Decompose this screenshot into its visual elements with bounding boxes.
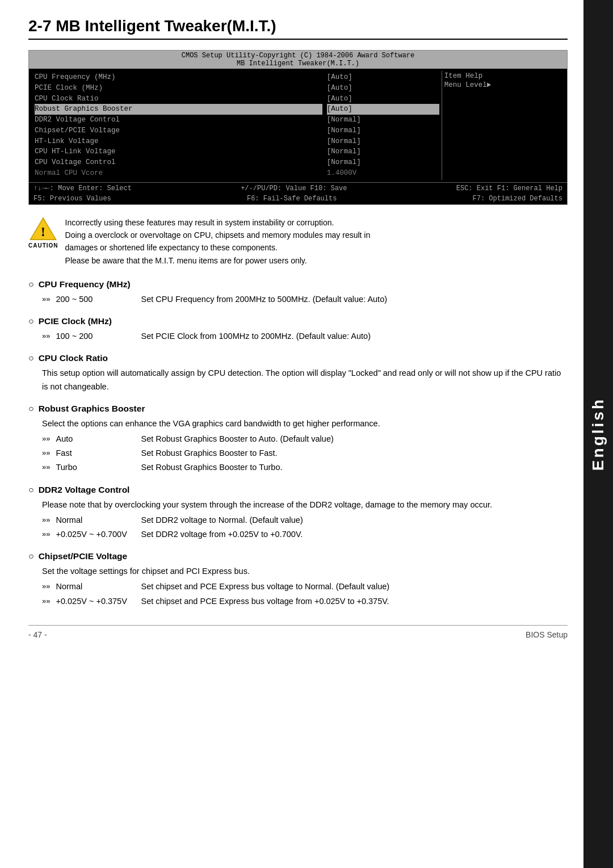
bios-item-help-title: Item Help — [444, 72, 561, 80]
svg-text:!: ! — [41, 224, 45, 239]
caution-triangle-icon: ! — [29, 216, 57, 241]
section-body-robust-graphics-booster: Select the options can enhance the VGA g… — [42, 417, 568, 475]
bios-value: [Auto] — [327, 72, 439, 83]
sub-desc: Set Robust Graphics Booster to Turbo. — [141, 461, 282, 474]
footer-section-name: BIOS Setup — [526, 630, 568, 639]
section-arrow-icon: ○ — [28, 316, 34, 326]
section-heading-robust-graphics-booster: ○ Robust Graphics Booster — [28, 404, 568, 414]
sub-item: »» +0.025V ~ +0.375V Set chipset and PCE… — [42, 595, 568, 608]
section-heading-chipset-pcie: ○ Chipset/PCIE Voltage — [28, 551, 568, 561]
footer-page-number: - 47 - — [28, 630, 47, 639]
bios-menu-level: Menu Level► — [444, 81, 561, 89]
bios-center-col: [Auto] [Auto] [Auto] [Auto] [Normal] [No… — [325, 71, 442, 180]
section-title-cpu-clock-ratio: CPU Clock Ratio — [39, 353, 108, 363]
sub-label: Normal — [56, 514, 135, 527]
bios-row: Chipset/PCIE Voltage — [35, 125, 322, 136]
sub-desc: Set Robust Graphics Booster to Auto. (De… — [141, 433, 333, 446]
bios-footer-f6: F6: Fail-Safe Defaults — [247, 195, 337, 203]
bios-row: PCIE Clock (MHz) — [35, 83, 322, 94]
bios-footer-move: ↑↓→←: Move Enter: Select — [33, 184, 132, 192]
section-body-text: Set the voltage settings for chipset and… — [42, 565, 568, 578]
section-cpu-frequency: ○ CPU Frequency (MHz) »» 200 ~ 500 Set C… — [28, 279, 568, 306]
bios-row: Normal CPU Vcore — [35, 168, 322, 179]
caution-label: CAUTION — [28, 242, 58, 249]
sub-label: 100 ~ 200 — [56, 330, 135, 343]
bios-row: CPU Frequency (MHz) — [35, 72, 322, 83]
sub-item: »» Normal Set DDR2 voltage to Normal. (D… — [42, 514, 568, 527]
section-title-chipset-pcie: Chipset/PCIE Voltage — [39, 551, 127, 561]
section-body-text: Please note that by overclocking your sy… — [42, 498, 568, 511]
bios-row: HT-Link Voltage — [35, 136, 322, 147]
section-arrow-icon: ○ — [28, 404, 34, 414]
bios-row: CPU Voltage Control — [35, 157, 322, 168]
bios-row: CPU Clock Ratio — [35, 94, 322, 104]
section-body-text: Select the options can enhance the VGA g… — [42, 417, 568, 430]
sub-label: +0.025V ~ +0.700V — [56, 528, 135, 541]
bios-header-line1: CMOS Setup Utility-Copyright (C) 1984-20… — [29, 52, 567, 60]
bios-header-line2: MB Intelligent Tweaker(M.I.T.) — [29, 60, 567, 68]
bios-value: [Normal] — [327, 146, 439, 157]
caution-line-3: damages or shortened life expectancy to … — [65, 241, 371, 254]
sections-container: ○ CPU Frequency (MHz) »» 200 ~ 500 Set C… — [28, 279, 568, 608]
section-robust-graphics-booster: ○ Robust Graphics Booster Select the opt… — [28, 404, 568, 475]
section-ddr2-voltage-control: ○ DDR2 Voltage Control Please note that … — [28, 485, 568, 542]
sub-arrow-icon: »» — [42, 293, 50, 306]
bios-help-col: Item Help Menu Level► — [442, 71, 564, 180]
sub-desc: Set DDR2 voltage from +0.025V to +0.700V… — [141, 528, 303, 541]
sub-desc: Set chipset and PCE Express bus voltage … — [141, 595, 389, 608]
caution-section: ! CAUTION Incorrectly using these featur… — [28, 216, 568, 267]
sub-arrow-icon: »» — [42, 596, 50, 608]
section-title-ddr2-voltage: DDR2 Voltage Control — [39, 485, 130, 495]
section-arrow-icon: ○ — [28, 279, 34, 290]
bios-value: [Normal] — [327, 115, 439, 125]
bios-value: [Normal] — [327, 136, 439, 147]
bios-row: CPU HT-Link Voltage — [35, 146, 322, 157]
section-body-chipset-pcie: Set the voltage settings for chipset and… — [42, 565, 568, 608]
side-tab-label: English — [589, 397, 607, 471]
sub-item: »» Auto Set Robust Graphics Booster to A… — [42, 433, 568, 446]
bios-row-highlighted: Robust Graphics Booster — [35, 104, 322, 115]
section-heading-pcie-clock: ○ PCIE Clock (MHz) — [28, 316, 568, 326]
section-arrow-icon: ○ — [28, 551, 34, 561]
bios-row: DDR2 Voltage Control — [35, 115, 322, 125]
section-pcie-clock: ○ PCIE Clock (MHz) »» 100 ~ 200 Set PCIE… — [28, 316, 568, 343]
sub-label: 200 ~ 500 — [56, 293, 135, 306]
bios-header: CMOS Setup Utility-Copyright (C) 1984-20… — [29, 51, 567, 69]
sub-desc: Set Robust Graphics Booster to Fast. — [141, 447, 277, 460]
sub-label: Auto — [56, 433, 135, 446]
bios-footer-row2: F5: Previous Values F6: Fail-Safe Defaul… — [29, 194, 567, 204]
section-title-cpu-frequency: CPU Frequency (MHz) — [39, 279, 131, 290]
section-heading-cpu-clock-ratio: ○ CPU Clock Ratio — [28, 353, 568, 363]
bios-footer-f5: F5: Previous Values — [33, 195, 111, 203]
sub-desc: Set chipset and PCE Express bus voltage … — [141, 580, 389, 593]
sub-arrow-icon: »» — [42, 462, 50, 474]
bios-footer-f7: F7: Optimized Defaults — [473, 195, 562, 203]
page-footer: - 47 - BIOS Setup — [28, 625, 568, 639]
sub-item: »» Turbo Set Robust Graphics Booster to … — [42, 461, 568, 474]
section-body-ddr2-voltage: Please note that by overclocking your sy… — [42, 498, 568, 542]
caution-icon-wrap: ! CAUTION — [28, 216, 58, 249]
sub-arrow-icon: »» — [42, 433, 50, 446]
section-heading-cpu-frequency: ○ CPU Frequency (MHz) — [28, 279, 568, 290]
sub-label: Normal — [56, 580, 135, 593]
page-title: 2-7 MB Intelligent Tweaker(M.I.T.) — [28, 17, 568, 40]
caution-line-1: Incorrectly using these features may res… — [65, 216, 371, 229]
bios-value: [Normal] — [327, 157, 439, 168]
bios-footer-esc: ESC: Exit F1: General Help — [456, 184, 562, 192]
section-body-cpu-clock-ratio: This setup option will automatically ass… — [42, 367, 568, 393]
sub-arrow-icon: »» — [42, 581, 50, 593]
bios-value-highlighted: [Auto] — [327, 104, 439, 115]
sub-desc: Set PCIE Clock from 100MHz to 200MHz. (D… — [141, 330, 371, 343]
sub-label: Turbo — [56, 461, 135, 474]
sub-desc: Set CPU Frequency from 200MHz to 500MHz.… — [141, 293, 387, 306]
section-title-robust-graphics-booster: Robust Graphics Booster — [39, 404, 145, 414]
section-heading-ddr2-voltage: ○ DDR2 Voltage Control — [28, 485, 568, 495]
section-arrow-icon: ○ — [28, 485, 34, 495]
sub-label: +0.025V ~ +0.375V — [56, 595, 135, 608]
bios-value: [Normal] — [327, 125, 439, 136]
bios-value: 1.4000V — [327, 168, 439, 179]
sub-arrow-icon: »» — [42, 529, 50, 541]
bios-screenshot: CMOS Setup Utility-Copyright (C) 1984-20… — [28, 50, 568, 205]
bios-value: [Auto] — [327, 83, 439, 94]
sub-item: »» +0.025V ~ +0.700V Set DDR2 voltage fr… — [42, 528, 568, 541]
